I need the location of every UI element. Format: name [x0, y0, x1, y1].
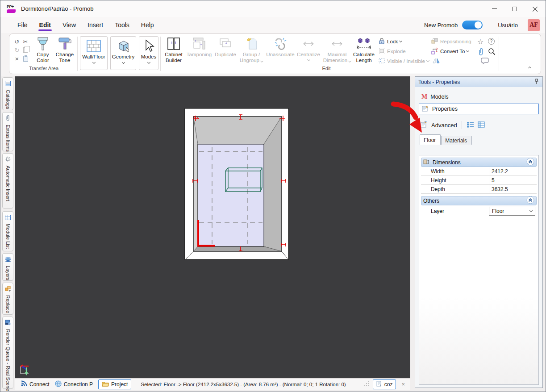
- menu-tools[interactable]: Tools: [109, 19, 135, 31]
- sidebar-item-replace[interactable]: Replace: [2, 283, 13, 315]
- collapse-dimensions-button[interactable]: [526, 158, 534, 167]
- coz-button[interactable]: coz: [373, 379, 396, 389]
- list-view-icon[interactable]: [467, 121, 474, 129]
- wall-floor-button[interactable]: Wall/Floor: [80, 36, 108, 70]
- tamponing-label: Tamponing: [187, 52, 212, 58]
- group-ungroup-button[interactable]: Group / Ungroup: [239, 36, 264, 63]
- others-header[interactable]: Others: [421, 196, 537, 205]
- resize-grip[interactable]: [364, 381, 369, 388]
- minimize-button[interactable]: [484, 0, 504, 17]
- user-label[interactable]: Usuário: [498, 22, 518, 29]
- chevron-down-icon: [147, 61, 150, 64]
- convert-to-button[interactable]: Convert To: [431, 47, 469, 55]
- menu-help[interactable]: Help: [135, 19, 160, 31]
- maximize-button[interactable]: [504, 0, 525, 17]
- layer-select[interactable]: Floor: [489, 207, 535, 216]
- properties-item[interactable]: Properties: [419, 104, 539, 114]
- new-promob-toggle[interactable]: [462, 21, 483, 29]
- paperclip-icon: [5, 115, 10, 123]
- feedback-button[interactable]: [481, 57, 489, 65]
- conection-p-button[interactable]: Conection P: [55, 380, 93, 388]
- menu-insert[interactable]: Insert: [82, 19, 109, 31]
- visible-invisible-button[interactable]: Visible / Invisible: [378, 57, 440, 65]
- explode-icon: [378, 47, 385, 55]
- table-view-icon[interactable]: [478, 121, 485, 129]
- cabinet-builder-label: Cabinet Builder: [163, 52, 184, 63]
- status-close-button[interactable]: ×: [400, 381, 407, 388]
- advanced-label[interactable]: Advanced: [431, 122, 457, 129]
- length-cubes-icon: [355, 36, 373, 51]
- project-button[interactable]: Project: [98, 379, 131, 389]
- close-button[interactable]: [525, 0, 546, 17]
- maximal-dimension-label: Maximal Dimension: [323, 52, 351, 63]
- floor-tab-content: Dimensions Width 2412.2 Height 5 Depth 3…: [419, 155, 539, 385]
- paste-icon[interactable]: [21, 54, 29, 63]
- depth-field[interactable]: 3632.5: [489, 185, 537, 193]
- copy-icon[interactable]: [21, 46, 29, 54]
- tab-floor[interactable]: Floor: [420, 134, 441, 145]
- maximal-dimension-button[interactable]: Maximal Dimension: [323, 36, 351, 63]
- modes-button[interactable]: Modes: [139, 36, 158, 70]
- sidebar-item-layers[interactable]: Layers: [2, 253, 13, 281]
- tab-materials[interactable]: Materials: [441, 136, 472, 145]
- sidebar-item-catalogs[interactable]: Catalogs: [2, 77, 13, 110]
- replace-icon: [5, 285, 11, 293]
- calculate-length-button[interactable]: Calculate Length: [352, 36, 375, 63]
- collapse-others-button[interactable]: [526, 196, 534, 205]
- duplicate-label: Duplicate: [215, 52, 236, 58]
- ribbon-zone: ↺ ✂ ↻ × Copy Color Change Tone Transfer: [1, 33, 545, 76]
- chevron-down-icon: [348, 59, 351, 63]
- attach-button[interactable]: [478, 48, 484, 57]
- menu-edit[interactable]: Edit: [33, 19, 57, 31]
- pin-icon[interactable]: [534, 79, 539, 86]
- help-button[interactable]: ?: [488, 38, 495, 45]
- search-button[interactable]: [488, 48, 496, 56]
- geometry-button[interactable]: Geometry: [110, 36, 136, 70]
- folder-icon: [102, 381, 109, 388]
- visible-invisible-icon: [378, 57, 385, 65]
- sidebar-item-extras-items[interactable]: Extras Items: [2, 112, 13, 151]
- sidebar-item-render-queue[interactable]: Render Queue - Real Scene 2.0: [2, 317, 13, 389]
- visible-invisible-label: Visible / Invisible: [387, 58, 425, 64]
- change-tone-button[interactable]: Change Tone: [54, 36, 75, 63]
- broken-chain-icon: [273, 36, 288, 51]
- repositioning-button[interactable]: Repositioning: [431, 38, 471, 45]
- tamponing-button[interactable]: Tamponing: [186, 36, 212, 58]
- panel-title: Tools - Properties: [418, 79, 460, 85]
- mirror-icon: [433, 58, 440, 65]
- unassociate-button[interactable]: Unassociate: [267, 36, 294, 58]
- undo-icon[interactable]: ↺: [13, 38, 21, 46]
- copy-color-button[interactable]: Copy Color: [33, 36, 53, 63]
- cut-icon[interactable]: ✂: [21, 38, 29, 46]
- sidebar-item-module-list[interactable]: Module List: [2, 211, 13, 251]
- properties-panel: Tools - Properties M Models Properties A…: [415, 76, 543, 388]
- lock-button[interactable]: Lock: [378, 38, 402, 46]
- favorites-button[interactable]: ☆: [477, 38, 483, 46]
- menu-file[interactable]: File: [12, 19, 33, 31]
- explode-button[interactable]: Explode: [378, 47, 406, 55]
- transfer-area-group-label: Transfer Area: [12, 66, 75, 71]
- convert-to-label: Convert To: [440, 49, 465, 54]
- delete-icon[interactable]: ×: [13, 54, 21, 63]
- repositioning-label: Repositioning: [440, 39, 471, 44]
- redo-icon[interactable]: ↻: [13, 46, 21, 54]
- minimize-icon: [492, 8, 497, 9]
- viewport-canvas[interactable]: [15, 76, 410, 378]
- height-field[interactable]: 5: [489, 176, 537, 184]
- change-tone-label: Change Tone: [54, 52, 75, 63]
- centralize-button[interactable]: Centralize: [296, 36, 321, 61]
- connect-icon: [21, 380, 27, 388]
- menu-view[interactable]: View: [57, 19, 82, 31]
- collapse-ribbon-button[interactable]: [529, 63, 531, 71]
- avatar[interactable]: AF: [528, 19, 540, 31]
- sidebar-item-automatic-insert[interactable]: Automatic Insert: [2, 153, 13, 209]
- models-item[interactable]: M Models: [419, 92, 539, 102]
- title-bar: PP+ Dormitório/Padrão - Promob: [0, 0, 546, 17]
- cabinet-builder-button[interactable]: Cabinet Builder: [163, 36, 184, 63]
- dimensions-header[interactable]: Dimensions: [421, 158, 537, 167]
- duplicate-button[interactable]: Duplicate: [214, 36, 237, 58]
- selection-status-text: Selected: Floor -> Floor (2412.2x5x3632.…: [141, 382, 346, 387]
- width-field[interactable]: 2412.2: [489, 167, 537, 175]
- connect-button[interactable]: Connect: [21, 380, 50, 388]
- table-row: Depth 3632.5: [421, 185, 537, 194]
